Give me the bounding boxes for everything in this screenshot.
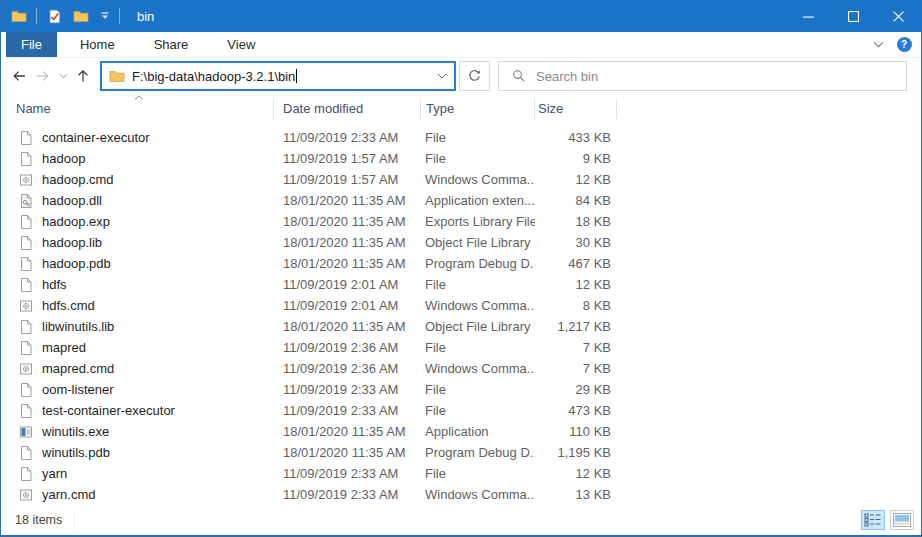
tab-view[interactable]: View <box>211 32 271 57</box>
file-name: oom-listener <box>42 382 114 397</box>
file-row[interactable]: test-container-executor11/09/2019 2:33 A… <box>1 400 921 421</box>
column-header-date-modified[interactable]: Date modified <box>274 99 421 119</box>
column-header-size[interactable]: Size <box>535 99 617 119</box>
file-type: Program Debug D... <box>421 256 535 271</box>
file-date-modified: 18/01/2020 11:35 AM <box>274 424 421 439</box>
file-size: 12 KB <box>535 466 617 481</box>
folder-app-icon <box>11 8 27 24</box>
file-type: Application <box>421 424 535 439</box>
file-name: hadoop.pdb <box>42 256 111 271</box>
dll-file-icon <box>18 193 34 209</box>
refresh-button[interactable] <box>459 61 490 91</box>
file-size: 7 KB <box>535 340 617 355</box>
file-size: 84 KB <box>535 193 617 208</box>
details-view-button[interactable] <box>861 510 885 530</box>
file-row[interactable]: hadoop.exp18/01/2020 11:35 AMExports Lib… <box>1 211 921 232</box>
file-row[interactable]: mapred11/09/2019 2:36 AMFile7 KB <box>1 337 921 358</box>
file-date-modified: 11/09/2019 2:33 AM <box>274 403 421 418</box>
file-row[interactable]: container-executor11/09/2019 2:33 AMFile… <box>1 127 921 148</box>
file-name: test-container-executor <box>42 403 175 418</box>
tab-file[interactable]: File <box>6 32 57 57</box>
titlebar-separator <box>119 8 120 24</box>
file-name: hadoop <box>42 151 85 166</box>
file-row[interactable]: hadoop.pdb18/01/2020 11:35 AMProgram Deb… <box>1 253 921 274</box>
file-icon <box>18 214 34 230</box>
file-date-modified: 11/09/2019 2:36 AM <box>274 361 421 376</box>
file-size: 467 KB <box>535 256 617 271</box>
file-row[interactable]: yarn11/09/2019 2:33 AMFile12 KB <box>1 463 921 484</box>
file-type: Windows Comma... <box>421 487 535 502</box>
file-size: 13 KB <box>535 487 617 502</box>
thumbnails-view-button[interactable] <box>890 510 914 530</box>
file-icon <box>18 235 34 251</box>
file-row[interactable]: winutils.pdb18/01/2020 11:35 AMProgram D… <box>1 442 921 463</box>
file-row[interactable]: hadoop.cmd11/09/2019 1:57 AMWindows Comm… <box>1 169 921 190</box>
maximize-button[interactable] <box>831 0 876 32</box>
file-row[interactable]: winutils.exe18/01/2020 11:35 AMApplicati… <box>1 421 921 442</box>
file-name: mapred <box>42 340 86 355</box>
file-icon <box>18 445 34 461</box>
search-input[interactable]: Search bin <box>498 61 907 91</box>
minimize-button[interactable] <box>786 0 831 32</box>
file-size: 7 KB <box>535 361 617 376</box>
file-icon <box>18 319 34 335</box>
recent-locations-icon[interactable] <box>55 63 71 89</box>
file-date-modified: 11/09/2019 2:33 AM <box>274 130 421 145</box>
back-button[interactable] <box>7 63 31 89</box>
file-name: hadoop.dll <box>42 193 102 208</box>
file-date-modified: 18/01/2020 11:35 AM <box>274 445 421 460</box>
column-header-type[interactable]: Type <box>421 99 535 119</box>
file-type: File <box>421 151 535 166</box>
file-date-modified: 18/01/2020 11:35 AM <box>274 214 421 229</box>
file-date-modified: 11/09/2019 2:33 AM <box>274 382 421 397</box>
tab-share[interactable]: Share <box>138 32 205 57</box>
file-type: Object File Library <box>421 235 535 250</box>
file-icon <box>18 466 34 482</box>
file-type: Application exten... <box>421 193 535 208</box>
file-size: 433 KB <box>535 130 617 145</box>
file-date-modified: 11/09/2019 2:33 AM <box>274 466 421 481</box>
file-name: mapred.cmd <box>42 361 114 376</box>
exe-file-icon <box>18 424 34 440</box>
file-size: 30 KB <box>535 235 617 250</box>
file-row[interactable]: mapred.cmd11/09/2019 2:36 AMWindows Comm… <box>1 358 921 379</box>
file-size: 12 KB <box>535 172 617 187</box>
customize-quick-access-icon[interactable] <box>100 11 110 21</box>
forward-button[interactable] <box>31 63 55 89</box>
file-type: File <box>421 340 535 355</box>
column-header-name[interactable]: Name <box>1 99 274 119</box>
file-size: 1,217 KB <box>535 319 617 334</box>
file-row[interactable]: hdfs.cmd11/09/2019 2:01 AMWindows Comma.… <box>1 295 921 316</box>
file-row[interactable]: hadoop.lib18/01/2020 11:35 AMObject File… <box>1 232 921 253</box>
titlebar-separator <box>36 8 37 24</box>
file-size: 9 KB <box>535 151 617 166</box>
file-row[interactable]: hdfs11/09/2019 2:01 AMFile12 KB <box>1 274 921 295</box>
file-type: File <box>421 382 535 397</box>
navigation-toolbar: F:\big-data\hadoop-3.2.1\bin Search bin <box>1 58 921 94</box>
text-cursor <box>296 69 297 83</box>
file-row[interactable]: yarn.cmd11/09/2019 2:33 AMWindows Comma.… <box>1 484 921 505</box>
help-button[interactable]: ? <box>891 32 917 57</box>
file-row[interactable]: libwinutils.lib18/01/2020 11:35 AMObject… <box>1 316 921 337</box>
close-button[interactable] <box>876 0 921 32</box>
file-date-modified: 18/01/2020 11:35 AM <box>274 319 421 334</box>
file-date-modified: 18/01/2020 11:35 AM <box>274 193 421 208</box>
file-name: winutils.pdb <box>42 445 110 460</box>
file-date-modified: 11/09/2019 2:01 AM <box>274 277 421 292</box>
properties-icon[interactable] <box>46 8 62 24</box>
file-row[interactable]: hadoop.dll18/01/2020 11:35 AMApplication… <box>1 190 921 211</box>
search-icon <box>511 68 527 84</box>
new-folder-icon[interactable] <box>73 8 89 24</box>
address-dropdown-icon[interactable] <box>430 63 454 89</box>
up-button[interactable] <box>71 63 95 89</box>
file-row[interactable]: oom-listener11/09/2019 2:33 AMFile29 KB <box>1 379 921 400</box>
file-type: Exports Library File <box>421 214 535 229</box>
address-bar[interactable]: F:\big-data\hadoop-3.2.1\bin <box>100 61 456 91</box>
file-icon <box>18 151 34 167</box>
address-path[interactable]: F:\big-data\hadoop-3.2.1\bin <box>132 69 295 84</box>
status-bar: 18 items <box>1 505 921 535</box>
file-size: 12 KB <box>535 277 617 292</box>
expand-ribbon-icon[interactable] <box>865 32 891 57</box>
file-row[interactable]: hadoop11/09/2019 1:57 AMFile9 KB <box>1 148 921 169</box>
tab-home[interactable]: Home <box>64 32 131 57</box>
